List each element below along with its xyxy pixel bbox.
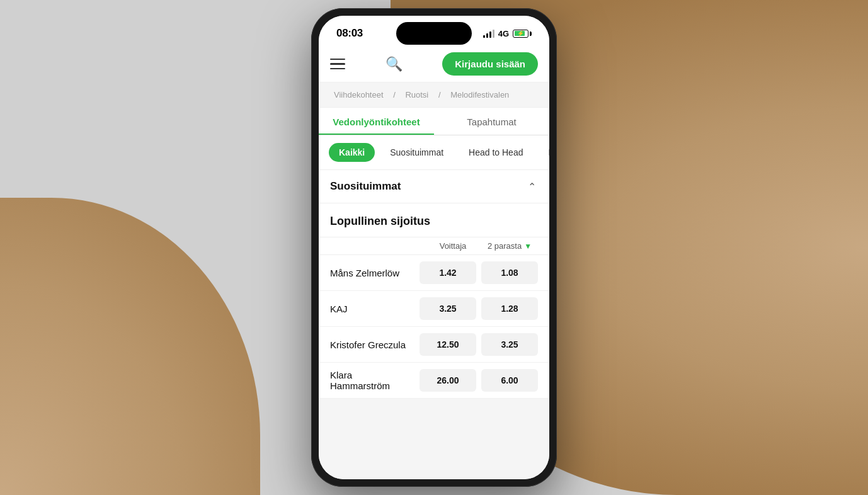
bet-name: Måns Zelmerlöw — [330, 268, 414, 278]
bet-odd-voittaja[interactable]: 12.50 — [420, 333, 476, 356]
bet-table: Lopullinen sijoitus Voittaja 2 parasta ▼… — [319, 203, 549, 399]
section-title: Suosituimmat — [330, 180, 401, 193]
breadcrumb-separator-1: / — [393, 90, 397, 100]
search-button[interactable]: 🔍 — [385, 56, 403, 72]
dropdown-arrow-icon[interactable]: ▼ — [524, 242, 532, 251]
bet-odd-2parasta[interactable]: 3.25 — [481, 333, 538, 356]
bet-section-title: Lopullinen sijoitus — [319, 203, 549, 237]
status-time: 08:03 — [336, 27, 363, 40]
bet-name: Klara Hammarström — [330, 370, 414, 391]
bet-row: Klara Hammarström 26.00 6.00 — [319, 363, 549, 399]
phone-frame: 08:03 4G ⚡ — [311, 8, 557, 487]
breadcrumb-item-2[interactable]: Ruotsi — [405, 90, 428, 100]
bet-name: KAJ — [330, 304, 414, 314]
battery-icon: ⚡ — [513, 30, 532, 38]
bet-row: Måns Zelmerlöw 1.42 1.08 — [319, 255, 549, 291]
app-header: 🔍 Kirjaudu sisään — [319, 46, 549, 82]
main-tabs: Vedonlyöntikohteet Tapahtumat — [319, 108, 549, 135]
bet-odd-voittaja[interactable]: 26.00 — [420, 369, 476, 392]
bet-odd-2parasta[interactable]: 1.08 — [481, 261, 538, 284]
status-icons: 4G ⚡ — [483, 29, 532, 38]
bet-odd-voittaja[interactable]: 1.42 — [420, 261, 476, 284]
filter-pills: Kaikki Suosituimmat Head to Head Luokitu… — [319, 135, 549, 170]
pill-head-to-head[interactable]: Head to Head — [459, 143, 533, 162]
bet-row: Kristofer Greczula 12.50 3.25 — [319, 327, 549, 363]
pill-suosituimmat[interactable]: Suosituimmat — [380, 143, 454, 162]
bet-odd-2parasta[interactable]: 6.00 — [481, 369, 538, 392]
collapse-button[interactable]: ⌃ — [525, 180, 538, 193]
bet-odd-2parasta[interactable]: 1.28 — [481, 297, 538, 320]
pill-kaikki[interactable]: Kaikki — [329, 143, 375, 162]
breadcrumb-separator-2: / — [438, 90, 443, 100]
section-header: Suosituimmat ⌃ — [319, 170, 549, 203]
menu-button[interactable] — [330, 59, 345, 70]
bet-row: KAJ 3.25 1.28 — [319, 291, 549, 327]
bet-table-header: Voittaja 2 parasta ▼ — [319, 237, 549, 255]
bet-odd-voittaja[interactable]: 3.25 — [420, 297, 476, 320]
breadcrumb-item-1[interactable]: Viihdekohteet — [334, 90, 384, 100]
phone-screen: 08:03 4G ⚡ — [319, 16, 549, 479]
pill-luokitus[interactable]: Luokitus — [538, 143, 549, 162]
tab-tapahtumat[interactable]: Tapahtumat — [434, 108, 549, 135]
breadcrumb-item-3: Melodifestivalen — [450, 90, 509, 100]
tab-vedonlyontikohteet[interactable]: Vedonlyöntikohteet — [319, 108, 434, 135]
login-button[interactable]: Kirjaudu sisään — [442, 52, 538, 76]
network-label: 4G — [498, 29, 509, 38]
status-bar: 08:03 4G ⚡ — [319, 16, 549, 46]
scene: 08:03 4G ⚡ — [0, 0, 868, 495]
bet-name: Kristofer Greczula — [330, 339, 414, 350]
signal-icon — [483, 29, 494, 38]
col-header-2parasta: 2 parasta ▼ — [481, 241, 538, 251]
main-content: Suosituimmat ⌃ Lopullinen sijoitus Voitt… — [319, 170, 549, 479]
hand-background-left — [0, 198, 260, 495]
col-header-voittaja: Voittaja — [425, 241, 481, 251]
dynamic-island — [396, 22, 472, 45]
breadcrumb: Viihdekohteet / Ruotsi / Melodifestivale… — [319, 82, 549, 108]
